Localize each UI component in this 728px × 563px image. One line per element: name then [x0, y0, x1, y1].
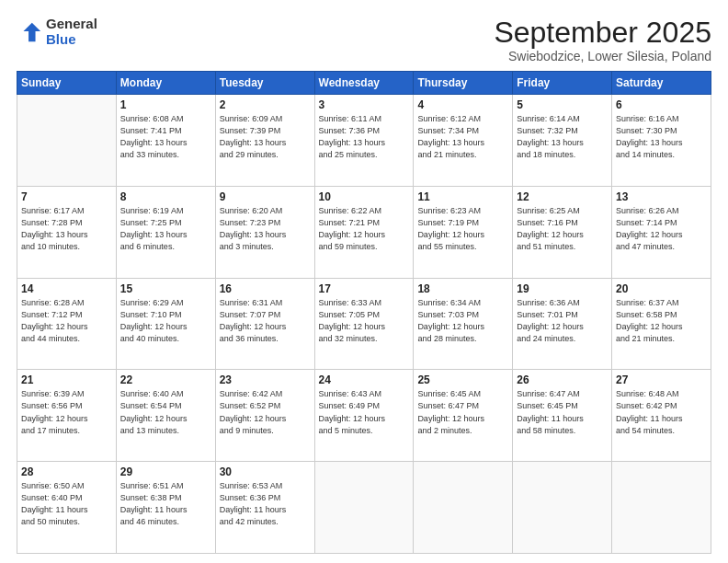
calendar-cell: 12Sunrise: 6:25 AMSunset: 7:16 PMDayligh… [513, 186, 612, 278]
calendar-cell: 18Sunrise: 6:34 AMSunset: 7:03 PMDayligh… [414, 278, 513, 370]
day-header-monday: Monday [116, 72, 215, 95]
calendar-cell: 11Sunrise: 6:23 AMSunset: 7:19 PMDayligh… [414, 186, 513, 278]
day-info: Sunrise: 6:17 AMSunset: 7:28 PMDaylight:… [21, 205, 112, 253]
day-number: 6 [616, 98, 707, 111]
calendar-cell: 1Sunrise: 6:08 AMSunset: 7:41 PMDaylight… [116, 95, 215, 187]
logo: General Blue [17, 17, 97, 47]
day-number: 27 [616, 373, 707, 386]
calendar-cell: 21Sunrise: 6:39 AMSunset: 6:56 PMDayligh… [17, 370, 117, 462]
calendar-cell [414, 462, 513, 554]
day-number: 12 [517, 190, 608, 203]
calendar-week-row: 7Sunrise: 6:17 AMSunset: 7:28 PMDaylight… [17, 186, 711, 278]
calendar-cell: 2Sunrise: 6:09 AMSunset: 7:39 PMDaylight… [215, 95, 314, 187]
calendar-week-row: 14Sunrise: 6:28 AMSunset: 7:12 PMDayligh… [17, 278, 711, 370]
calendar-cell: 29Sunrise: 6:51 AMSunset: 6:38 PMDayligh… [116, 462, 215, 554]
day-info: Sunrise: 6:31 AMSunset: 7:07 PMDaylight:… [220, 297, 311, 345]
logo-text: General Blue [46, 17, 97, 47]
day-info: Sunrise: 6:43 AMSunset: 6:49 PMDaylight:… [319, 388, 410, 436]
logo-general: General [46, 17, 97, 32]
calendar-cell [17, 95, 117, 187]
calendar-cell: 19Sunrise: 6:36 AMSunset: 7:01 PMDayligh… [513, 278, 612, 370]
day-info: Sunrise: 6:16 AMSunset: 7:30 PMDaylight:… [616, 113, 707, 161]
day-info: Sunrise: 6:25 AMSunset: 7:16 PMDaylight:… [517, 205, 608, 253]
calendar-cell [513, 462, 612, 554]
day-number: 17 [319, 282, 410, 295]
day-info: Sunrise: 6:53 AMSunset: 6:36 PMDaylight:… [220, 480, 311, 528]
day-number: 1 [120, 98, 211, 111]
calendar-cell: 16Sunrise: 6:31 AMSunset: 7:07 PMDayligh… [215, 278, 314, 370]
day-number: 19 [517, 282, 608, 295]
day-number: 26 [517, 373, 608, 386]
svg-marker-0 [23, 22, 40, 41]
day-info: Sunrise: 6:28 AMSunset: 7:12 PMDaylight:… [21, 297, 112, 345]
day-number: 18 [417, 282, 508, 295]
day-info: Sunrise: 6:12 AMSunset: 7:34 PMDaylight:… [417, 113, 508, 161]
day-number: 16 [220, 282, 311, 295]
day-header-tuesday: Tuesday [215, 72, 314, 95]
calendar-cell: 22Sunrise: 6:40 AMSunset: 6:54 PMDayligh… [116, 370, 215, 462]
day-number: 20 [616, 282, 707, 295]
day-number: 13 [616, 190, 707, 203]
day-info: Sunrise: 6:14 AMSunset: 7:32 PMDaylight:… [517, 113, 608, 161]
logo-icon [17, 19, 42, 45]
day-info: Sunrise: 6:37 AMSunset: 6:58 PMDaylight:… [616, 297, 707, 345]
calendar-cell: 10Sunrise: 6:22 AMSunset: 7:21 PMDayligh… [314, 186, 414, 278]
day-info: Sunrise: 6:11 AMSunset: 7:36 PMDaylight:… [319, 113, 410, 161]
day-info: Sunrise: 6:09 AMSunset: 7:39 PMDaylight:… [220, 113, 311, 161]
day-number: 29 [120, 465, 211, 478]
calendar-cell: 20Sunrise: 6:37 AMSunset: 6:58 PMDayligh… [612, 278, 711, 370]
day-number: 10 [319, 190, 410, 203]
day-number: 7 [21, 190, 112, 203]
day-header-friday: Friday [513, 72, 612, 95]
day-info: Sunrise: 6:08 AMSunset: 7:41 PMDaylight:… [120, 113, 211, 161]
day-info: Sunrise: 6:45 AMSunset: 6:47 PMDaylight:… [417, 388, 508, 436]
calendar-week-row: 28Sunrise: 6:50 AMSunset: 6:40 PMDayligh… [17, 462, 711, 554]
calendar-cell: 8Sunrise: 6:19 AMSunset: 7:25 PMDaylight… [116, 186, 215, 278]
day-number: 15 [120, 282, 211, 295]
day-number: 14 [21, 282, 112, 295]
day-info: Sunrise: 6:42 AMSunset: 6:52 PMDaylight:… [220, 388, 311, 436]
day-info: Sunrise: 6:19 AMSunset: 7:25 PMDaylight:… [120, 205, 211, 253]
logo-blue: Blue [46, 32, 97, 48]
page-header: General Blue September 2025 Swiebodzice,… [17, 17, 711, 63]
day-number: 11 [417, 190, 508, 203]
day-header-saturday: Saturday [612, 72, 711, 95]
calendar-cell: 25Sunrise: 6:45 AMSunset: 6:47 PMDayligh… [414, 370, 513, 462]
day-number: 3 [319, 98, 410, 111]
calendar-cell [612, 462, 711, 554]
calendar-cell: 28Sunrise: 6:50 AMSunset: 6:40 PMDayligh… [17, 462, 117, 554]
calendar-cell: 17Sunrise: 6:33 AMSunset: 7:05 PMDayligh… [314, 278, 414, 370]
day-info: Sunrise: 6:47 AMSunset: 6:45 PMDaylight:… [517, 388, 608, 436]
calendar-cell: 26Sunrise: 6:47 AMSunset: 6:45 PMDayligh… [513, 370, 612, 462]
calendar-week-row: 1Sunrise: 6:08 AMSunset: 7:41 PMDaylight… [17, 95, 711, 187]
day-info: Sunrise: 6:29 AMSunset: 7:10 PMDaylight:… [120, 297, 211, 345]
day-number: 4 [417, 98, 508, 111]
day-info: Sunrise: 6:34 AMSunset: 7:03 PMDaylight:… [417, 297, 508, 345]
calendar-cell: 27Sunrise: 6:48 AMSunset: 6:42 PMDayligh… [612, 370, 711, 462]
calendar-cell: 30Sunrise: 6:53 AMSunset: 6:36 PMDayligh… [215, 462, 314, 554]
calendar-cell: 14Sunrise: 6:28 AMSunset: 7:12 PMDayligh… [17, 278, 117, 370]
calendar-cell: 6Sunrise: 6:16 AMSunset: 7:30 PMDaylight… [612, 95, 711, 187]
day-info: Sunrise: 6:23 AMSunset: 7:19 PMDaylight:… [417, 205, 508, 253]
day-info: Sunrise: 6:20 AMSunset: 7:23 PMDaylight:… [220, 205, 311, 253]
day-number: 25 [417, 373, 508, 386]
day-info: Sunrise: 6:36 AMSunset: 7:01 PMDaylight:… [517, 297, 608, 345]
day-header-thursday: Thursday [414, 72, 513, 95]
calendar-cell: 4Sunrise: 6:12 AMSunset: 7:34 PMDaylight… [414, 95, 513, 187]
day-number: 8 [120, 190, 211, 203]
day-info: Sunrise: 6:33 AMSunset: 7:05 PMDaylight:… [319, 297, 410, 345]
day-number: 9 [220, 190, 311, 203]
day-number: 22 [120, 373, 211, 386]
calendar-cell: 3Sunrise: 6:11 AMSunset: 7:36 PMDaylight… [314, 95, 414, 187]
calendar-location: Swiebodzice, Lower Silesia, Poland [494, 49, 711, 63]
calendar-header-row: SundayMondayTuesdayWednesdayThursdayFrid… [17, 72, 711, 95]
day-number: 2 [220, 98, 311, 111]
calendar-cell: 15Sunrise: 6:29 AMSunset: 7:10 PMDayligh… [116, 278, 215, 370]
title-block: September 2025 Swiebodzice, Lower Silesi… [494, 17, 711, 63]
calendar-cell: 7Sunrise: 6:17 AMSunset: 7:28 PMDaylight… [17, 186, 117, 278]
day-number: 24 [319, 373, 410, 386]
day-header-sunday: Sunday [17, 72, 117, 95]
day-info: Sunrise: 6:51 AMSunset: 6:38 PMDaylight:… [120, 480, 211, 528]
calendar-cell: 13Sunrise: 6:26 AMSunset: 7:14 PMDayligh… [612, 186, 711, 278]
day-number: 28 [21, 465, 112, 478]
